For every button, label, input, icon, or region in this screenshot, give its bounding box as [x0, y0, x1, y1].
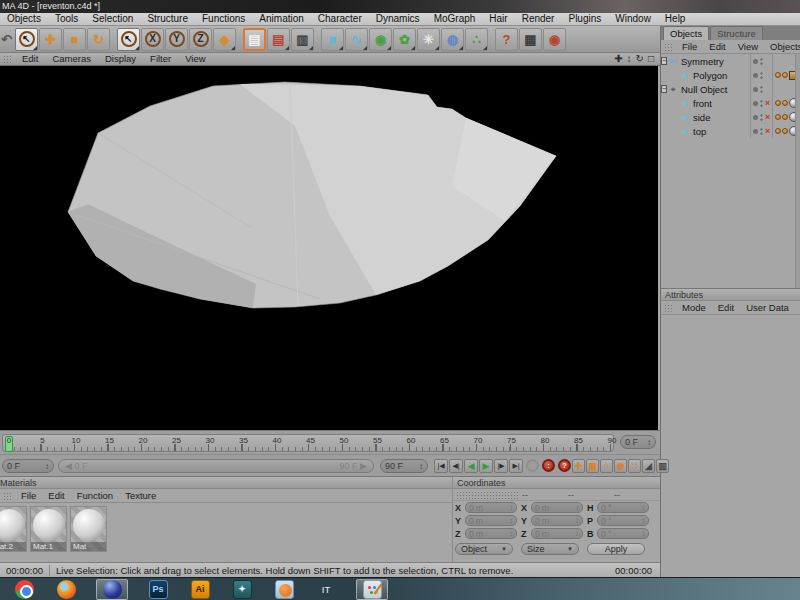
coord-field-z-0[interactable]: 0 m↕: [465, 528, 517, 539]
materials-menu-function[interactable]: Function: [71, 490, 119, 502]
visibility-dots[interactable]: ×: [750, 124, 773, 138]
menu-tools[interactable]: Tools: [48, 13, 85, 25]
visibility-minidots-icon[interactable]: [760, 127, 763, 136]
selection-tag-icon[interactable]: [775, 100, 781, 106]
coord-field-h-2[interactable]: 0 °↕: [597, 502, 649, 513]
tab-objects[interactable]: Objects: [663, 26, 709, 40]
play-forward-button[interactable]: ▶: [479, 459, 493, 473]
menu-functions[interactable]: Functions: [195, 13, 252, 25]
menu-window[interactable]: Window: [608, 13, 658, 25]
coordinate-system-button[interactable]: ◆: [213, 28, 236, 51]
add-deformer-button[interactable]: ✳: [417, 28, 440, 51]
viewport-pan-icon[interactable]: ✚: [614, 53, 622, 65]
add-particles-button[interactable]: ∴: [465, 28, 488, 51]
viewport-menu-cameras[interactable]: Cameras: [45, 53, 98, 65]
visibility-dot-icon[interactable]: [753, 87, 758, 92]
stepper-icon[interactable]: ↕: [419, 462, 423, 471]
viewport-menu-display[interactable]: Display: [98, 53, 143, 65]
viewport-rotate-icon[interactable]: ↻: [636, 53, 644, 65]
coord-field-x-1[interactable]: 0 m↕: [531, 502, 583, 513]
taskbar-app-button[interactable]: ✦: [230, 579, 254, 600]
sound-toggle[interactable]: ◢: [642, 459, 655, 473]
record-disabled-button[interactable]: [526, 459, 539, 472]
tree-row-polygon[interactable]: ▲Polygon: [661, 68, 800, 82]
visibility-minidots-icon[interactable]: [760, 99, 763, 108]
live-selection-tool[interactable]: ↖: [15, 28, 38, 51]
visibility-dot-icon[interactable]: [753, 101, 758, 106]
taskbar-chrome-button[interactable]: [12, 579, 36, 600]
objects-menu-view[interactable]: View: [732, 41, 764, 53]
menu-objects[interactable]: Objects: [0, 13, 48, 25]
tree-row-top[interactable]: ◆top×: [661, 124, 800, 138]
viewport-menu-edit[interactable]: Edit: [15, 53, 45, 65]
materials-menu-texture[interactable]: Texture: [119, 490, 162, 502]
undo-tool[interactable]: ↶: [1, 28, 12, 51]
visibility-dots[interactable]: ×: [750, 110, 773, 124]
timeline-ruler[interactable]: 051015202530354045505560657075808590: [2, 434, 614, 452]
frame-range-slider[interactable]: ◀ 0 F 90 F ▶: [58, 459, 374, 473]
record-rotation-toggle[interactable]: ○: [600, 459, 613, 473]
render-picture-viewer-button[interactable]: ▤: [267, 28, 290, 51]
menu-selection[interactable]: Selection: [85, 13, 140, 25]
autokey-button[interactable]: ?: [558, 459, 571, 472]
viewport-zoom-icon[interactable]: ↕: [627, 53, 632, 65]
visibility-minidots-icon[interactable]: [760, 113, 763, 122]
selection-tag-icon[interactable]: [782, 128, 788, 134]
panel-grip-icon[interactable]: [456, 491, 520, 499]
taskbar-photoshop-button[interactable]: Ps: [146, 579, 170, 600]
stepper-icon[interactable]: ↕: [642, 517, 646, 524]
lock-y-axis-button[interactable]: Y: [165, 28, 188, 51]
attributes-menu-mode[interactable]: Mode: [676, 302, 712, 314]
menu-mograph[interactable]: MoGraph: [427, 13, 483, 25]
stepper-icon[interactable]: ↕: [642, 504, 646, 511]
stepper-icon[interactable]: ↕: [576, 517, 580, 524]
apply-button[interactable]: Apply: [587, 543, 645, 555]
dropdown-size[interactable]: Size▼: [521, 543, 579, 555]
visibility-dots[interactable]: [750, 82, 773, 96]
menu-help[interactable]: Help: [658, 13, 693, 25]
visibility-dots[interactable]: ×: [750, 96, 773, 110]
viewport-maximize-icon[interactable]: □: [648, 53, 654, 65]
lock-x-axis-button[interactable]: X: [141, 28, 164, 51]
material-thumb-mat-2[interactable]: Mat.2: [0, 506, 27, 552]
selection-tag-icon[interactable]: [782, 72, 788, 78]
materials-menu-edit[interactable]: Edit: [42, 490, 70, 502]
content-browser-button[interactable]: ▦: [519, 28, 542, 51]
stepper-icon[interactable]: ↕: [647, 438, 651, 447]
tab-structure[interactable]: Structure: [710, 26, 763, 40]
coord-field-x-0[interactable]: 0 m↕: [465, 502, 517, 513]
viewport-menu-view[interactable]: View: [178, 53, 212, 65]
visibility-dots[interactable]: [750, 68, 773, 82]
coord-field-y-0[interactable]: 0 m↕: [465, 515, 517, 526]
panel-grip-icon[interactable]: [3, 492, 13, 500]
add-scene-object-button[interactable]: ◍: [441, 28, 464, 51]
stepper-icon[interactable]: ↕: [642, 530, 646, 537]
render-settings-button[interactable]: ▥: [291, 28, 314, 51]
stepper-icon[interactable]: ↕: [45, 462, 49, 471]
coord-field-b-2[interactable]: 0 °↕: [597, 528, 649, 539]
taskbar-illustrator-button[interactable]: Ai: [188, 579, 212, 600]
menu-dynamics[interactable]: Dynamics: [369, 13, 427, 25]
attributes-menu-user-data[interactable]: User Data: [740, 302, 795, 314]
visibility-minidots-icon[interactable]: [760, 71, 763, 80]
scale-tool[interactable]: ■: [63, 28, 86, 51]
stepper-icon[interactable]: ↕: [510, 504, 514, 511]
selection-tag-icon[interactable]: [775, 114, 781, 120]
taskbar-cinema4d-button[interactable]: [96, 579, 128, 600]
selection-tag-icon[interactable]: [782, 100, 788, 106]
taskbar-paint-button[interactable]: [356, 579, 388, 600]
coord-field-p-2[interactable]: 0 °↕: [597, 515, 649, 526]
panel-grip-icon[interactable]: [664, 43, 674, 51]
goto-end-button[interactable]: ▶|: [509, 459, 523, 473]
taskbar-firefox-button[interactable]: [54, 579, 78, 600]
stepper-icon[interactable]: ↕: [576, 504, 580, 511]
add-spline-button[interactable]: ∿: [345, 28, 368, 51]
help-tool[interactable]: ?: [495, 28, 518, 51]
play-backward-button[interactable]: ◀: [464, 459, 478, 473]
next-key-button[interactable]: |▶: [494, 459, 508, 473]
tree-row-null-object[interactable]: −⌖Null Object: [661, 82, 800, 96]
material-thumb-mat[interactable]: Mat: [70, 506, 107, 552]
attributes-menu-edit[interactable]: Edit: [712, 302, 740, 314]
menu-hair[interactable]: Hair: [482, 13, 514, 25]
menu-render[interactable]: Render: [515, 13, 562, 25]
